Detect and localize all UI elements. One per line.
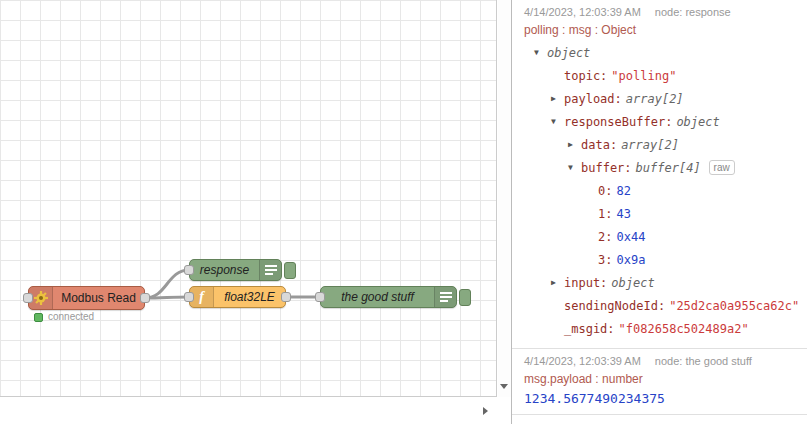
debug-timestamp: 4/14/2023, 12:03:39 AM — [524, 6, 641, 18]
node-label: response — [190, 260, 259, 280]
port-goodstuff-in[interactable] — [315, 292, 325, 302]
debug-message: 4/14/2023, 12:03:39 AM node: the good st… — [512, 349, 807, 415]
tree-key: payload: — [564, 92, 622, 106]
tree-value: 82 — [616, 184, 630, 198]
function-glyph: f — [199, 290, 204, 304]
tree-key: 1: — [598, 207, 612, 221]
tree-value: "polling" — [611, 69, 676, 83]
debug-toggle-response[interactable] — [284, 262, 296, 279]
tree-key: 3: — [598, 253, 612, 267]
debug-message-value: 1234.5677490234375 — [524, 391, 799, 406]
caret-closed-icon[interactable]: ▶ — [551, 278, 564, 287]
node-modbus-read[interactable]: Modbus Read — [28, 286, 145, 310]
tree-key: responseBuffer: — [564, 115, 672, 129]
caret-closed-icon[interactable]: ▶ — [568, 140, 581, 149]
scroll-right-arrow-icon[interactable] — [483, 407, 488, 415]
debug-tree-row[interactable]: ▶input:object — [524, 271, 799, 294]
wire-modbus-to-func[interactable] — [145, 297, 189, 298]
tree-value: object — [547, 46, 590, 60]
debug-timestamp: 4/14/2023, 12:03:39 AM — [524, 355, 641, 367]
caret-closed-icon[interactable]: ▶ — [551, 94, 564, 103]
debug-tree-row: 0:82 — [524, 179, 799, 202]
debug-message-path: msg.payload : number — [524, 372, 799, 386]
port-func-out[interactable] — [281, 292, 291, 302]
tree-value: object — [611, 276, 654, 290]
debug-message: 4/14/2023, 12:03:39 AM node: response po… — [512, 0, 807, 349]
node-label: Modbus Read — [53, 287, 144, 309]
debug-tree-row[interactable]: ▶data:array[2] — [524, 133, 799, 156]
tree-value: array[2] — [621, 138, 679, 152]
tree-key: 2: — [598, 230, 612, 244]
debug-toggle-goodstuff[interactable] — [459, 289, 471, 306]
debug-message-path: polling : msg : Object — [524, 23, 799, 37]
tree-key: input: — [564, 276, 607, 290]
node-the-good-stuff-debug[interactable]: the good stuff — [320, 286, 457, 308]
port-modbus-out[interactable] — [140, 293, 150, 303]
debug-tree-row: 3:0x9a — [524, 248, 799, 271]
tree-key: buffer: — [581, 161, 632, 175]
tree-key: 0: — [598, 184, 612, 198]
tree-value: "f082658c502489a2" — [619, 322, 749, 336]
debug-tree-row[interactable]: ▼object — [524, 41, 799, 64]
caret-open-icon[interactable]: ▼ — [551, 117, 564, 126]
tree-key: data: — [581, 138, 617, 152]
flow-canvas[interactable]: Modbus Read response f float32LE the goo… — [0, 0, 497, 397]
caret-open-icon[interactable]: ▼ — [534, 48, 547, 57]
debug-sidebar[interactable]: 4/14/2023, 12:03:39 AM node: response po… — [511, 0, 807, 424]
tree-key: topic: — [564, 69, 607, 83]
debug-tree-row: 2:0x44 — [524, 225, 799, 248]
node-label: the good stuff — [321, 287, 434, 307]
tree-key: sendingNodeId: — [564, 299, 665, 313]
tree-value: 0x44 — [616, 230, 645, 244]
port-func-in[interactable] — [184, 292, 194, 302]
tree-value: 0x9a — [616, 253, 645, 267]
status-text: connected — [48, 311, 94, 322]
debug-list-icon — [259, 260, 281, 280]
tree-value: array[2] — [626, 92, 684, 106]
tree-value: "25d2ca0a955ca62c" — [669, 299, 799, 313]
tree-key: _msgid: — [564, 322, 615, 336]
node-float32le[interactable]: f float32LE — [189, 286, 286, 308]
debug-tree-row: _msgid:"f082658c502489a2" — [524, 317, 799, 340]
debug-tree-row[interactable]: ▼responseBuffer:object — [524, 110, 799, 133]
node-response-debug[interactable]: response — [189, 259, 282, 281]
tree-value: 43 — [616, 207, 630, 221]
debug-source-node: node: the good stuff — [655, 355, 752, 367]
debug-source-node: node: response — [655, 6, 731, 18]
raw-button[interactable]: raw — [709, 160, 735, 175]
port-modbus-in[interactable] — [23, 293, 33, 303]
tree-value: buffer[4] — [636, 161, 701, 175]
wires-layer[interactable] — [0, 0, 497, 397]
caret-open-icon[interactable]: ▼ — [568, 163, 581, 172]
debug-tree-row: sendingNodeId:"25d2ca0a955ca62c" — [524, 294, 799, 317]
node-label: float32LE — [214, 287, 285, 307]
tree-value: object — [676, 115, 719, 129]
debug-tree-row: 1:43 — [524, 202, 799, 225]
debug-tree: ▼objecttopic:"polling"▶payload:array[2]▼… — [524, 41, 799, 340]
node-red-editor: Modbus Read response f float32LE the goo… — [0, 0, 807, 424]
scroll-down-arrow-icon[interactable] — [500, 384, 508, 389]
port-response-in[interactable] — [184, 265, 194, 275]
debug-tree-row[interactable]: ▶payload:array[2] — [524, 87, 799, 110]
debug-list-icon — [434, 287, 456, 307]
wire-modbus-to-response[interactable] — [145, 270, 189, 298]
canvas-vertical-scrollbar[interactable] — [498, 0, 511, 397]
debug-tree-row: topic:"polling" — [524, 64, 799, 87]
status-connected-indicator — [34, 313, 43, 322]
debug-tree-row[interactable]: ▼buffer:buffer[4]raw — [524, 156, 799, 179]
